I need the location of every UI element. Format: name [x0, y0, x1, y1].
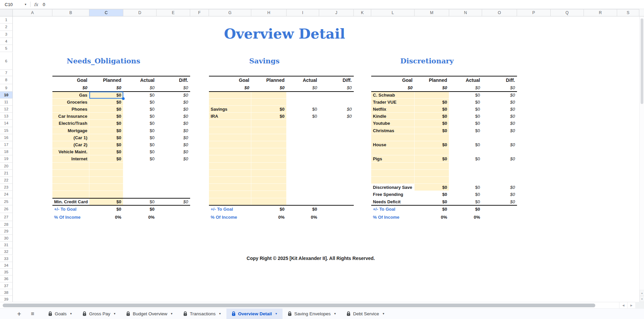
cell-E17[interactable]: $0 — [157, 141, 190, 148]
cell-C12[interactable]: $0 — [89, 106, 123, 113]
cell-E25[interactable]: $0 — [157, 198, 190, 205]
column-header-H[interactable]: H — [251, 9, 287, 16]
cell-C8[interactable]: Planned — [89, 76, 123, 84]
cell-C26[interactable]: $0 — [89, 205, 123, 213]
tab-dropdown-icon[interactable]: ▼ — [334, 312, 336, 315]
cell-I12[interactable]: $0 — [287, 106, 319, 113]
cell-N8[interactable]: Actual — [449, 76, 482, 84]
cell-E15[interactable]: $0 — [157, 127, 190, 134]
cell-D11[interactable]: $0 — [123, 99, 157, 106]
column-header-D[interactable]: D — [123, 9, 157, 16]
cell-M11[interactable]: $0 — [415, 99, 449, 106]
cell-N26[interactable]: $0 — [449, 205, 482, 213]
column-header-R[interactable]: R — [584, 9, 617, 16]
row-header-8[interactable]: 8 — [0, 76, 13, 84]
row-header-24[interactable]: 24 — [0, 191, 13, 198]
cell-L13[interactable]: Kindle — [371, 113, 415, 120]
cell-E18[interactable]: $0 — [157, 148, 190, 155]
cell-O10[interactable]: $0 — [482, 92, 517, 99]
cell-E16[interactable]: $0 — [157, 134, 190, 141]
cell-E13[interactable]: $0 — [157, 113, 190, 120]
cell-J13[interactable]: $0 — [319, 113, 354, 120]
fill-handle[interactable] — [122, 97, 125, 100]
row-header-10[interactable]: 10 — [0, 92, 13, 99]
cell-N25[interactable]: $0 — [449, 198, 482, 205]
cell-O23[interactable]: $0 — [482, 184, 517, 191]
cell-L24[interactable]: Free Spending — [371, 191, 415, 198]
cell-E11[interactable]: $0 — [157, 99, 190, 106]
tab-dropdown-icon[interactable]: ▼ — [219, 312, 221, 315]
cell-M27[interactable]: 0% — [415, 213, 449, 221]
column-header-S[interactable]: S — [617, 9, 639, 16]
cell-I13[interactable]: $0 — [287, 113, 319, 120]
cell-B18[interactable]: Vehicle Maint. — [52, 148, 89, 155]
cell-C25[interactable]: $0 — [89, 198, 123, 205]
scroll-left-icon[interactable]: ◀ — [619, 302, 627, 308]
row-header-4[interactable]: 4 — [0, 38, 13, 45]
column-header-K[interactable]: K — [354, 9, 371, 16]
scroll-right-icon[interactable]: ▶ — [627, 302, 635, 308]
row-header-26[interactable]: 26 — [0, 205, 13, 213]
cell-O13[interactable]: $0 — [482, 113, 517, 120]
cell-O12[interactable]: $0 — [482, 106, 517, 113]
cell-D25[interactable]: $0 — [123, 198, 157, 205]
cell-D8[interactable]: Actual — [123, 76, 157, 84]
cell-D10[interactable]: $0 — [123, 92, 157, 99]
cell-B12[interactable]: Phones — [52, 106, 89, 113]
cell-J9[interactable]: $0 — [319, 84, 354, 92]
cell-B25[interactable]: Min. Credit Card — [52, 198, 89, 205]
cell-O9[interactable]: $0 — [482, 84, 517, 92]
row-header-9[interactable]: 9 — [0, 84, 13, 92]
row-header-37[interactable]: 37 — [0, 282, 13, 289]
row-header-20[interactable]: 20 — [0, 163, 13, 170]
column-header-L[interactable]: L — [371, 9, 415, 16]
column-header-J[interactable]: J — [319, 9, 354, 16]
cell-D9[interactable]: $0 — [123, 84, 157, 92]
cell-D27[interactable]: 0% — [123, 213, 157, 221]
cell-N14[interactable]: $0 — [449, 120, 482, 127]
cell-O15[interactable]: $0 — [482, 127, 517, 134]
column-header-I[interactable]: I — [287, 9, 319, 16]
row-header-16[interactable]: 16 — [0, 134, 13, 141]
add-sheet-button[interactable]: + — [15, 309, 24, 319]
cell-D16[interactable]: $0 — [123, 134, 157, 141]
cell-G12[interactable]: Savings — [209, 106, 251, 113]
cell-N23[interactable]: $0 — [449, 184, 482, 191]
row-header-32[interactable]: 32 — [0, 248, 13, 255]
row-header-33[interactable]: 33 — [0, 255, 13, 262]
vertical-scrollbar[interactable]: ▲ ▼ — [639, 16, 644, 302]
cell-H27[interactable]: 0% — [251, 213, 287, 221]
column-header-M[interactable]: M — [415, 9, 449, 16]
cell-M15[interactable]: $0 — [415, 127, 449, 134]
tab-dropdown-icon[interactable]: ▼ — [70, 312, 72, 315]
cell-H26[interactable]: $0 — [251, 205, 287, 213]
vertical-scrollbar-thumb[interactable] — [641, 18, 643, 104]
cell-I27[interactable]: 0% — [287, 213, 319, 221]
column-header-F[interactable]: F — [190, 9, 209, 16]
row-header-15[interactable]: 15 — [0, 127, 13, 134]
cell-J8[interactable]: Diff. — [319, 76, 354, 84]
horizontal-scrollbar[interactable]: ◀ ▶ — [0, 302, 644, 308]
cell-L23[interactable]: Discretionary Save — [371, 184, 415, 191]
cell-L8[interactable]: Goal — [371, 76, 415, 84]
cell-H8[interactable]: Planned — [251, 76, 287, 84]
row-header-21[interactable]: 21 — [0, 170, 13, 177]
cell-N13[interactable]: $0 — [449, 113, 482, 120]
row-header-3[interactable]: 3 — [0, 31, 13, 38]
cell-D19[interactable]: $0 — [123, 155, 157, 162]
cell-D26[interactable]: $0 — [123, 205, 157, 213]
cell-D14[interactable]: $0 — [123, 120, 157, 127]
cell-G27[interactable]: % Of Income — [209, 213, 251, 221]
sheet-tab-transactions[interactable]: Transactions▼ — [178, 309, 226, 319]
tab-dropdown-icon[interactable]: ▼ — [170, 312, 173, 315]
cell-B15[interactable]: Mortgage — [52, 127, 89, 134]
cell-C15[interactable]: $0 — [89, 127, 123, 134]
cell-L12[interactable]: Netflix — [371, 106, 415, 113]
cell-L17[interactable]: House — [371, 141, 415, 148]
cell-O14[interactable]: $0 — [482, 120, 517, 127]
column-header-O[interactable]: O — [482, 9, 517, 16]
cell-M23[interactable]: $0 — [415, 184, 449, 191]
cell-M8[interactable]: Planned — [415, 76, 449, 84]
cell-L25[interactable]: Needs Deficit — [371, 198, 415, 205]
cell-O8[interactable]: Diff. — [482, 76, 517, 84]
